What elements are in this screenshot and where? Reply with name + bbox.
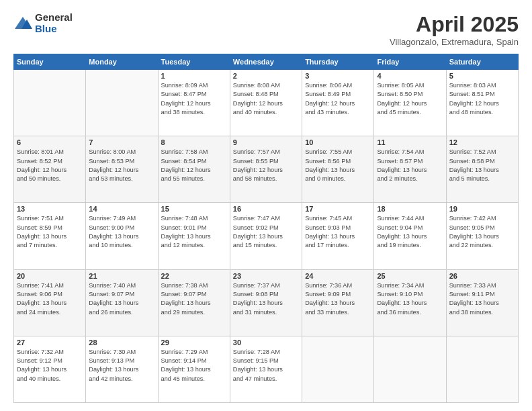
day-number: 16 — [233, 205, 299, 213]
col-thursday: Thursday — [302, 54, 374, 70]
table-row — [302, 336, 374, 402]
table-row: 28Sunrise: 7:30 AM Sunset: 9:13 PM Dayli… — [86, 336, 158, 402]
day-info: Sunrise: 8:06 AM Sunset: 8:49 PM Dayligh… — [305, 81, 371, 117]
day-info: Sunrise: 7:32 AM Sunset: 9:12 PM Dayligh… — [17, 348, 83, 383]
table-row: 25Sunrise: 7:34 AM Sunset: 9:10 PM Dayli… — [374, 269, 446, 336]
table-row: 18Sunrise: 7:44 AM Sunset: 9:04 PM Dayli… — [374, 203, 446, 269]
title-month: April 2025 — [390, 12, 519, 37]
day-number: 7 — [89, 138, 154, 146]
day-number: 25 — [377, 272, 443, 280]
logo-blue: Blue — [35, 24, 73, 35]
day-info: Sunrise: 7:45 AM Sunset: 9:03 PM Dayligh… — [305, 214, 371, 250]
day-info: Sunrise: 7:57 AM Sunset: 8:55 PM Dayligh… — [233, 148, 299, 183]
table-row — [86, 70, 158, 136]
day-info: Sunrise: 8:03 AM Sunset: 8:51 PM Dayligh… — [449, 81, 515, 117]
day-number: 15 — [161, 205, 227, 213]
day-number: 8 — [161, 138, 227, 146]
table-row: 2Sunrise: 8:08 AM Sunset: 8:48 PM Daylig… — [230, 70, 302, 136]
day-info: Sunrise: 7:34 AM Sunset: 9:10 PM Dayligh… — [377, 281, 443, 317]
day-info: Sunrise: 7:36 AM Sunset: 9:09 PM Dayligh… — [305, 281, 371, 317]
calendar-week-row: 27Sunrise: 7:32 AM Sunset: 9:12 PM Dayli… — [14, 336, 519, 402]
day-info: Sunrise: 8:01 AM Sunset: 8:52 PM Dayligh… — [17, 148, 83, 183]
table-row: 13Sunrise: 7:51 AM Sunset: 8:59 PM Dayli… — [14, 203, 86, 269]
day-info: Sunrise: 7:44 AM Sunset: 9:04 PM Dayligh… — [377, 214, 443, 250]
table-row: 7Sunrise: 8:00 AM Sunset: 8:53 PM Daylig… — [86, 136, 158, 203]
logo: General Blue — [13, 12, 73, 34]
day-info: Sunrise: 7:48 AM Sunset: 9:01 PM Dayligh… — [161, 214, 227, 250]
table-row: 24Sunrise: 7:36 AM Sunset: 9:09 PM Dayli… — [302, 269, 374, 336]
day-number: 6 — [17, 138, 83, 146]
day-info: Sunrise: 7:51 AM Sunset: 8:59 PM Dayligh… — [17, 214, 83, 250]
day-number: 24 — [305, 272, 371, 280]
day-info: Sunrise: 7:30 AM Sunset: 9:13 PM Dayligh… — [89, 348, 154, 383]
day-info: Sunrise: 7:38 AM Sunset: 9:07 PM Dayligh… — [161, 281, 227, 317]
table-row: 5Sunrise: 8:03 AM Sunset: 8:51 PM Daylig… — [446, 70, 518, 136]
table-row: 6Sunrise: 8:01 AM Sunset: 8:52 PM Daylig… — [14, 136, 86, 203]
day-info: Sunrise: 8:08 AM Sunset: 8:48 PM Dayligh… — [233, 81, 299, 117]
day-number: 21 — [89, 272, 154, 280]
table-row: 23Sunrise: 7:37 AM Sunset: 9:08 PM Dayli… — [230, 269, 302, 336]
day-number: 3 — [305, 72, 371, 80]
logo-text: General Blue — [35, 12, 73, 34]
col-wednesday: Wednesday — [230, 54, 302, 70]
day-info: Sunrise: 7:47 AM Sunset: 9:02 PM Dayligh… — [233, 214, 299, 250]
calendar-table: Sunday Monday Tuesday Wednesday Thursday… — [13, 54, 519, 403]
day-number: 22 — [161, 272, 227, 280]
day-number: 17 — [305, 205, 371, 213]
day-number: 28 — [89, 338, 154, 347]
table-row: 19Sunrise: 7:42 AM Sunset: 9:05 PM Dayli… — [446, 203, 518, 269]
table-row: 27Sunrise: 7:32 AM Sunset: 9:12 PM Dayli… — [14, 336, 86, 402]
table-row: 16Sunrise: 7:47 AM Sunset: 9:02 PM Dayli… — [230, 203, 302, 269]
table-row — [446, 336, 518, 402]
day-info: Sunrise: 7:37 AM Sunset: 9:08 PM Dayligh… — [233, 281, 299, 317]
day-number: 2 — [233, 72, 299, 80]
day-info: Sunrise: 7:41 AM Sunset: 9:06 PM Dayligh… — [17, 281, 83, 317]
day-info: Sunrise: 7:33 AM Sunset: 9:11 PM Dayligh… — [449, 281, 515, 317]
page: General Blue April 2025 Villagonzalo, Ex… — [0, 0, 532, 411]
logo-icon — [13, 14, 32, 33]
day-info: Sunrise: 8:00 AM Sunset: 8:53 PM Dayligh… — [89, 148, 154, 183]
day-number: 23 — [233, 272, 299, 280]
calendar-week-row: 20Sunrise: 7:41 AM Sunset: 9:06 PM Dayli… — [14, 269, 519, 336]
day-info: Sunrise: 8:09 AM Sunset: 8:47 PM Dayligh… — [161, 81, 227, 117]
table-row: 12Sunrise: 7:52 AM Sunset: 8:58 PM Dayli… — [446, 136, 518, 203]
col-saturday: Saturday — [446, 54, 518, 70]
title-location: Villagonzalo, Extremadura, Spain — [390, 37, 519, 47]
title-block: April 2025 Villagonzalo, Extremadura, Sp… — [390, 12, 519, 47]
day-number: 29 — [161, 338, 227, 347]
day-number: 4 — [377, 72, 443, 80]
day-number: 10 — [305, 138, 371, 146]
table-row — [14, 70, 86, 136]
day-info: Sunrise: 7:55 AM Sunset: 8:56 PM Dayligh… — [305, 148, 371, 183]
day-number: 27 — [17, 338, 83, 347]
calendar-header-row: Sunday Monday Tuesday Wednesday Thursday… — [14, 54, 519, 70]
day-info: Sunrise: 7:54 AM Sunset: 8:57 PM Dayligh… — [377, 148, 443, 183]
day-number: 13 — [17, 205, 83, 213]
col-tuesday: Tuesday — [158, 54, 230, 70]
table-row — [374, 336, 446, 402]
day-info: Sunrise: 7:58 AM Sunset: 8:54 PM Dayligh… — [161, 148, 227, 183]
day-number: 20 — [17, 272, 83, 280]
day-info: Sunrise: 7:28 AM Sunset: 9:15 PM Dayligh… — [233, 348, 299, 383]
col-monday: Monday — [86, 54, 158, 70]
day-info: Sunrise: 7:52 AM Sunset: 8:58 PM Dayligh… — [449, 148, 515, 183]
col-sunday: Sunday — [14, 54, 86, 70]
table-row: 10Sunrise: 7:55 AM Sunset: 8:56 PM Dayli… — [302, 136, 374, 203]
table-row: 15Sunrise: 7:48 AM Sunset: 9:01 PM Dayli… — [158, 203, 230, 269]
day-number: 9 — [233, 138, 299, 146]
table-row: 14Sunrise: 7:49 AM Sunset: 9:00 PM Dayli… — [86, 203, 158, 269]
table-row: 29Sunrise: 7:29 AM Sunset: 9:14 PM Dayli… — [158, 336, 230, 402]
day-info: Sunrise: 7:49 AM Sunset: 9:00 PM Dayligh… — [89, 214, 154, 250]
table-row: 26Sunrise: 7:33 AM Sunset: 9:11 PM Dayli… — [446, 269, 518, 336]
day-number: 26 — [449, 272, 515, 280]
day-number: 1 — [161, 72, 227, 80]
day-number: 11 — [377, 138, 443, 146]
header: General Blue April 2025 Villagonzalo, Ex… — [13, 12, 519, 47]
table-row: 3Sunrise: 8:06 AM Sunset: 8:49 PM Daylig… — [302, 70, 374, 136]
day-info: Sunrise: 8:05 AM Sunset: 8:50 PM Dayligh… — [377, 81, 443, 117]
table-row: 4Sunrise: 8:05 AM Sunset: 8:50 PM Daylig… — [374, 70, 446, 136]
logo-general: General — [35, 12, 73, 24]
table-row: 9Sunrise: 7:57 AM Sunset: 8:55 PM Daylig… — [230, 136, 302, 203]
table-row: 11Sunrise: 7:54 AM Sunset: 8:57 PM Dayli… — [374, 136, 446, 203]
table-row: 30Sunrise: 7:28 AM Sunset: 9:15 PM Dayli… — [230, 336, 302, 402]
